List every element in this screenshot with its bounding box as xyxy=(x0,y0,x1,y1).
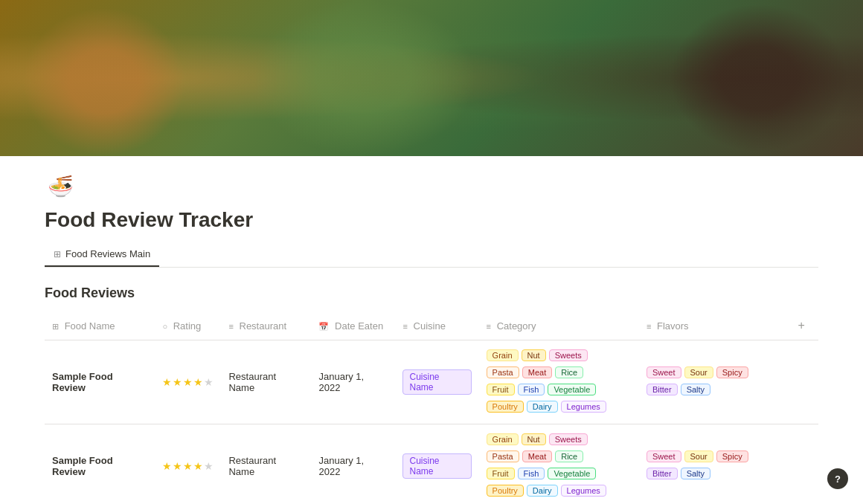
flavor-tag[interactable]: Sweet xyxy=(647,366,681,378)
col-food-name[interactable]: ⊞ Food Name xyxy=(45,311,155,340)
category-tag[interactable]: Fruit xyxy=(487,384,515,395)
star-empty: ★ xyxy=(204,460,214,472)
category-tag[interactable]: Rice xyxy=(555,366,583,378)
food-name-cell[interactable]: Sample Food Review xyxy=(45,340,155,424)
rating-cell: ★★★★★ xyxy=(155,340,221,424)
category-tag[interactable]: Legumes xyxy=(561,401,606,413)
flavor-tag[interactable]: Spicy xyxy=(716,450,748,462)
category-cell: GrainNutSweetsPastaMeatRiceFruitFishVege… xyxy=(479,340,639,424)
section-title: Food Reviews xyxy=(45,285,818,301)
category-tag[interactable]: Legumes xyxy=(561,485,606,497)
category-tag[interactable]: Pasta xyxy=(487,450,519,462)
col-category[interactable]: ≡ Category xyxy=(479,311,639,340)
category-tag[interactable]: Nut xyxy=(522,349,546,361)
col-restaurant[interactable]: ≡ Restaurant xyxy=(221,311,311,340)
food-reviews-table: ⊞ Food Name ○ Rating ≡ Restaurant 📅 Date… xyxy=(45,311,818,504)
star-filled: ★ xyxy=(173,460,182,472)
add-column-header: + xyxy=(785,311,818,340)
flavor-tag[interactable]: Sour xyxy=(684,366,713,378)
flavor-tag[interactable]: Bitter xyxy=(647,384,678,395)
tab-food-reviews-main[interactable]: ⊞ Food Reviews Main xyxy=(45,244,159,267)
tags-row: PoultryDairy xyxy=(487,401,558,413)
flavors-cell: SweetSourSpicyBitterSalty xyxy=(639,424,785,505)
category-tag[interactable]: Poultry xyxy=(487,485,524,497)
tags-row: PastaMeatRice xyxy=(487,366,584,378)
category-tag[interactable]: Pasta xyxy=(487,366,519,378)
tab-label: Food Reviews Main xyxy=(65,248,150,259)
flavor-tag[interactable]: Bitter xyxy=(647,468,678,479)
tags-row: FruitFishVegetable xyxy=(487,384,597,395)
category-tag[interactable]: Vegetable xyxy=(548,384,596,395)
category-tag[interactable]: Grain xyxy=(487,433,519,445)
category-tag[interactable]: Fruit xyxy=(487,468,515,479)
category-cell: GrainNutSweetsPastaMeatRiceFruitFishVege… xyxy=(479,424,639,505)
category-tag[interactable]: Vegetable xyxy=(548,468,596,479)
tags-row: PastaMeatRice xyxy=(487,450,584,462)
category-tag[interactable]: Dairy xyxy=(527,401,558,413)
col-cuisine[interactable]: ≡ Cuisine xyxy=(395,311,478,340)
date-eaten-cell: January 1, 2022 xyxy=(311,340,395,424)
category-tag[interactable]: Dairy xyxy=(527,485,558,497)
hero-plate-center xyxy=(253,0,476,156)
empty-col-cell xyxy=(785,340,818,424)
tabs-bar: ⊞ Food Reviews Main xyxy=(45,244,818,268)
page-title: Food Review Tracker xyxy=(45,208,818,232)
restaurant-value: Restaurant Name xyxy=(228,371,276,393)
hero-plate-right xyxy=(670,4,848,152)
help-button[interactable]: ? xyxy=(827,468,848,489)
restaurant-col-icon: ≡ xyxy=(228,322,233,331)
col-flavors[interactable]: ≡ Flavors xyxy=(639,311,785,340)
food-name-col-icon: ⊞ xyxy=(52,322,59,331)
category-tag[interactable]: Poultry xyxy=(487,401,524,413)
category-tag[interactable]: Fish xyxy=(518,468,545,479)
cuisine-cell[interactable]: Cuisine Name xyxy=(395,424,478,505)
flavor-tag[interactable]: Spicy xyxy=(716,366,748,378)
category-tag[interactable]: Meat xyxy=(522,450,552,462)
tags-row: Legumes xyxy=(561,401,606,413)
cuisine-col-icon: ≡ xyxy=(402,322,407,331)
cuisine-badge: Cuisine Name xyxy=(402,453,471,479)
category-tag[interactable]: Fish xyxy=(518,384,545,395)
category-tag[interactable]: Meat xyxy=(522,366,552,378)
restaurant-value: Restaurant Name xyxy=(228,455,276,477)
rating-stars: ★★★★★ xyxy=(162,460,214,472)
rating-cell: ★★★★★ xyxy=(155,424,221,505)
cuisine-cell[interactable]: Cuisine Name xyxy=(395,340,478,424)
table-header-row: ⊞ Food Name ○ Rating ≡ Restaurant 📅 Date… xyxy=(45,311,818,340)
col-rating[interactable]: ○ Rating xyxy=(155,311,221,340)
category-tag[interactable]: Sweets xyxy=(549,433,588,445)
category-tag[interactable]: Nut xyxy=(522,433,546,445)
hero-plate-left xyxy=(22,7,186,156)
star-filled: ★ xyxy=(193,460,203,472)
col-date-eaten[interactable]: 📅 Date Eaten xyxy=(311,311,395,340)
table-container: ⊞ Food Name ○ Rating ≡ Restaurant 📅 Date… xyxy=(45,311,818,504)
table-row: Sample Food Review★★★★★Restaurant NameJa… xyxy=(45,340,818,424)
food-name-cell[interactable]: Sample Food Review xyxy=(45,424,155,505)
flavor-tags: SweetSourSpicyBitterSalty xyxy=(647,450,777,482)
flavor-tags: SweetSourSpicyBitterSalty xyxy=(647,366,777,398)
star-filled: ★ xyxy=(162,460,172,472)
date-value: January 1, 2022 xyxy=(318,371,364,393)
category-tag[interactable]: Sweets xyxy=(549,349,588,361)
category-tags: GrainNutSweetsPastaMeatRiceFruitFishVege… xyxy=(487,349,632,415)
category-tag[interactable]: Rice xyxy=(555,450,583,462)
restaurant-cell[interactable]: Restaurant Name xyxy=(221,340,311,424)
page-icon: 🍜 xyxy=(45,171,76,202)
restaurant-cell[interactable]: Restaurant Name xyxy=(221,424,311,505)
tags-row: Legumes xyxy=(561,485,606,497)
table-row: Sample Food Review★★★★★Restaurant NameJa… xyxy=(45,424,818,505)
flavor-tag[interactable]: Sour xyxy=(684,450,713,462)
flavor-tag[interactable]: Sweet xyxy=(647,450,681,462)
category-tags: GrainNutSweetsPastaMeatRiceFruitFishVege… xyxy=(487,433,632,499)
flavor-tag[interactable]: Salty xyxy=(681,468,710,479)
category-tag[interactable]: Grain xyxy=(487,349,519,361)
category-col-icon: ≡ xyxy=(487,322,491,331)
tags-row: PoultryDairy xyxy=(487,485,558,497)
tags-row: GrainNutSweets xyxy=(487,349,588,361)
page-body: 🍜 Food Review Tracker ⊞ Food Reviews Mai… xyxy=(0,156,863,504)
add-column-button[interactable]: + xyxy=(792,316,811,335)
flavor-tag[interactable]: Salty xyxy=(681,384,710,395)
date-eaten-cell: January 1, 2022 xyxy=(311,424,395,505)
star-empty: ★ xyxy=(204,376,214,388)
date-col-icon: 📅 xyxy=(318,322,329,331)
